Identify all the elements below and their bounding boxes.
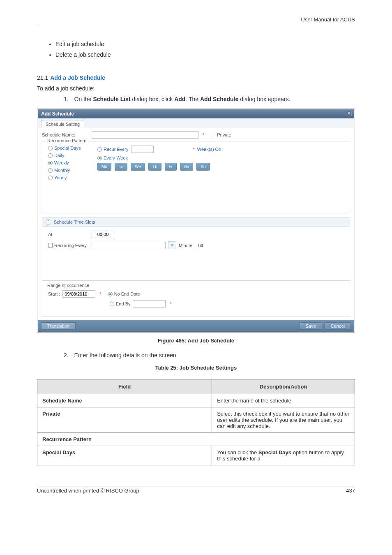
page-header: User Manual for ACUS	[37, 16, 355, 24]
cell-desc: Select this check box if you want to ens…	[212, 407, 355, 433]
table-row: Private Select this check box if you wan…	[37, 407, 355, 433]
schedule-name-label: Schedule Name:	[42, 132, 89, 137]
step-1-text-c: dialog box, click	[131, 96, 175, 102]
day-th[interactable]: Th	[148, 163, 161, 171]
pattern-right-panel: Recur Every * Week(s) On Every Week Mo T…	[97, 146, 344, 180]
day-sa[interactable]: Sa	[180, 163, 193, 171]
day-su[interactable]: Su	[196, 163, 210, 171]
cancel-button[interactable]: Cancel	[325, 322, 351, 330]
radio-every-week[interactable]: Every Week	[97, 155, 128, 160]
dialog-body: Schedule Name: * Private Recurrence Patt…	[38, 128, 354, 320]
step-1-bold-f: Add Schedule	[200, 96, 238, 102]
save-button[interactable]: Save	[300, 322, 322, 330]
section-title: Add a Job Schedule	[50, 74, 105, 81]
range-fieldset: Range of occurrence Start : * No End Dat…	[42, 286, 350, 317]
at-input[interactable]	[92, 231, 114, 238]
dialog-footer: Translation Save Cancel	[38, 320, 354, 332]
figure-caption: Figure 465: Add Job Schedule	[37, 338, 355, 344]
radio-end-by[interactable]: End By	[110, 301, 130, 306]
recurrence-pattern-legend: Recurrence Pattern	[46, 138, 88, 143]
private-label: Private	[217, 132, 231, 137]
step-1-number: 1.	[64, 96, 69, 102]
step-2-text: Enter the following details on the scree…	[74, 352, 178, 358]
schedule-name-input[interactable]	[92, 131, 198, 139]
step-1-text-a: On the	[74, 96, 93, 102]
day-we[interactable]: We	[131, 163, 145, 171]
recurring-checkbox-wrap[interactable]: Recurring Every	[48, 243, 89, 248]
table-row: Schedule Name Enter the name of the sche…	[37, 394, 355, 407]
day-mo[interactable]: Mo	[97, 163, 111, 171]
close-icon[interactable]: ×	[346, 111, 352, 116]
time-slots-body: At Recurring Every ▾ Minute Till	[42, 227, 350, 281]
schedule-name-row: Schedule Name: * Private	[42, 131, 350, 139]
cell-field: Schedule Name	[37, 394, 212, 407]
feature-bullets: Edit a job schedule Delete a job schedul…	[55, 41, 355, 58]
day-tu[interactable]: Tu	[115, 163, 127, 171]
required-icon: *	[193, 147, 195, 152]
day-fr[interactable]: Fr	[165, 163, 177, 171]
recurring-label: Recurring Every	[54, 243, 87, 248]
footer-page-number: 437	[346, 488, 355, 494]
settings-table: Field Description/Action Schedule Name E…	[37, 379, 355, 465]
bullet-item: Delete a job schedule	[55, 51, 355, 58]
radio-weekly[interactable]: Weekly	[48, 160, 89, 165]
start-date-input[interactable]	[62, 290, 95, 298]
table-row: Recurrence Pattern	[37, 433, 355, 446]
time-slots-header[interactable]: ^ Schedule Time Slots	[42, 217, 350, 227]
recurring-checkbox[interactable]	[48, 243, 53, 247]
private-checkbox-wrap[interactable]: Private	[211, 132, 231, 137]
range-legend: Range of occurrence	[46, 283, 91, 288]
tab-schedule-setting[interactable]: Schedule Setting	[41, 120, 84, 128]
table-row: Special Days You can click the Special D…	[37, 446, 355, 465]
dialog-titlebar: Add Schedule ×	[38, 109, 354, 118]
col-desc: Description/Action	[212, 379, 355, 394]
start-label: Start :	[48, 291, 60, 296]
dropdown-icon[interactable]: ▾	[168, 241, 176, 249]
radio-recur-every[interactable]: Recur Every	[97, 147, 129, 152]
pattern-radio-group: Special Days Daily Weekly Monthly Yearly	[48, 146, 89, 180]
end-by-input[interactable]	[133, 300, 166, 308]
footer-left: Uncontrolled when printed © RISCO Group	[37, 488, 139, 494]
add-schedule-dialog: Add Schedule × Schedule Setting Schedule…	[38, 109, 354, 332]
translation-button[interactable]: Translation	[41, 322, 76, 330]
header-title: User Manual for ACUS	[301, 16, 355, 23]
step-1-bold-b: Schedule List	[93, 96, 131, 102]
minute-label: Minute	[179, 243, 192, 248]
step-1: 1. On the Schedule List dialog box, clic…	[64, 96, 355, 102]
radio-yearly[interactable]: Yearly	[48, 175, 89, 180]
radio-daily[interactable]: Daily	[48, 153, 89, 158]
time-slots-title: Schedule Time Slots	[54, 220, 95, 224]
radio-monthly[interactable]: Monthly	[48, 168, 89, 173]
bullet-item: Edit a job schedule	[55, 41, 355, 47]
recur-every-input[interactable]	[131, 146, 154, 153]
till-label: Till	[197, 243, 203, 248]
radio-special-days[interactable]: Special Days	[48, 146, 89, 150]
cell-field: Private	[37, 407, 212, 433]
page-footer: Uncontrolled when printed © RISCO Group …	[37, 486, 355, 494]
cell-desc: You can click the Special Days option bu…	[212, 446, 355, 465]
required-icon: *	[99, 291, 101, 296]
step-2-number: 2.	[64, 352, 69, 358]
radio-no-end-date[interactable]: No End Date	[108, 291, 140, 296]
cell-desc: Enter the name of the schedule.	[212, 394, 355, 407]
weeks-on-label: Week(s) On	[197, 147, 221, 152]
step-1-text-e: . The	[185, 96, 200, 102]
chevron-up-icon[interactable]: ^	[46, 219, 51, 225]
cell-field: Special Days	[37, 446, 212, 465]
day-buttons: Mo Tu We Th Fr Sa Su	[97, 163, 344, 171]
table-caption: Table 25: Job Schedule Settings	[37, 365, 355, 371]
required-icon: *	[203, 132, 204, 137]
required-icon: *	[170, 301, 171, 306]
dialog-screenshot: Add Schedule × Schedule Setting Schedule…	[37, 109, 355, 333]
cell-span: Recurrence Pattern	[37, 433, 355, 446]
recurrence-pattern-fieldset: Recurrence Pattern Special Days Daily We…	[42, 141, 350, 213]
col-field: Field	[37, 379, 212, 394]
recurring-input[interactable]	[92, 242, 166, 249]
section-intro: To add a job schedule:	[37, 85, 355, 92]
dialog-title: Add Schedule	[41, 111, 74, 117]
section-heading: 21.1Add a Job Schedule	[37, 74, 355, 81]
at-label: At	[48, 232, 89, 237]
private-checkbox[interactable]	[211, 133, 215, 137]
step-1-text-g: dialog box appears.	[238, 96, 290, 102]
section-number: 21.1	[37, 74, 48, 81]
